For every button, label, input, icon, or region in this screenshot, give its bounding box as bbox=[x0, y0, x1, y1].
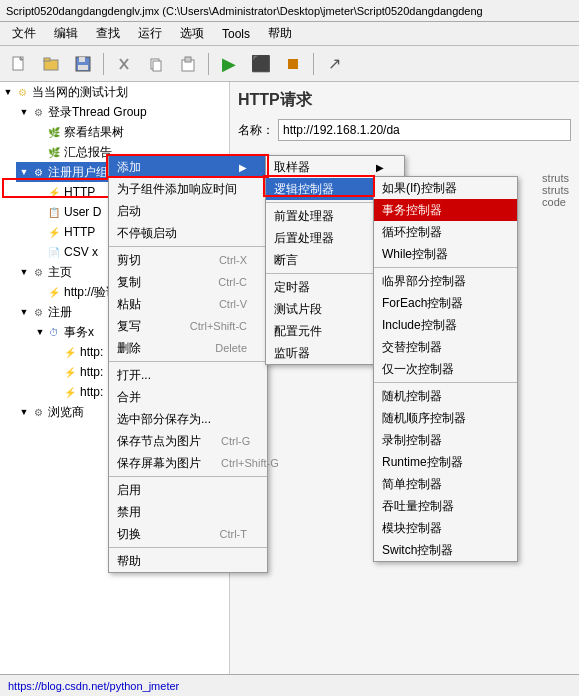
logic-once[interactable]: 仅一次控制器 bbox=[374, 358, 517, 380]
logic-interleave[interactable]: 交替控制器 bbox=[374, 336, 517, 358]
logic-include-label: Include控制器 bbox=[382, 317, 457, 334]
menu-find[interactable]: 查找 bbox=[88, 22, 128, 45]
logic-loop[interactable]: 循环控制器 bbox=[374, 221, 517, 243]
menu-run[interactable]: 运行 bbox=[130, 22, 170, 45]
ctx-duplicate[interactable]: 复写 Ctrl+Shift-C bbox=[109, 315, 267, 337]
ctx-cut[interactable]: 剪切 Ctrl-X bbox=[109, 249, 267, 271]
sub1-sampler-label: 取样器 bbox=[274, 159, 310, 176]
ctx-enable[interactable]: 启用 bbox=[109, 479, 267, 501]
menu-edit[interactable]: 编辑 bbox=[46, 22, 86, 45]
sub1-config-label: 配置元件 bbox=[274, 323, 322, 340]
icon-verify: ⚡ bbox=[46, 284, 62, 300]
context-menu-main: 添加 ▶ 为子组件添加响应时间 启动 不停顿启动 剪切 Ctrl-X 复制 Ct… bbox=[108, 155, 268, 573]
logic-include[interactable]: Include控制器 bbox=[374, 314, 517, 336]
menu-options[interactable]: 选项 bbox=[172, 22, 212, 45]
logic-critical[interactable]: 临界部分控制器 bbox=[374, 270, 517, 292]
http-name-input[interactable] bbox=[278, 119, 571, 141]
ctx-merge-label: 合并 bbox=[117, 389, 141, 406]
menu-help[interactable]: 帮助 bbox=[260, 22, 300, 45]
struts1-text: struts bbox=[542, 172, 569, 184]
menu-tools[interactable]: Tools bbox=[214, 24, 258, 44]
ctx-open[interactable]: 打开... bbox=[109, 364, 267, 386]
ctx-toggle[interactable]: 切换 Ctrl-T bbox=[109, 523, 267, 545]
label-results1: 察看结果树 bbox=[64, 124, 124, 141]
ctx-delete[interactable]: 删除 Delete bbox=[109, 337, 267, 359]
toolbar-new[interactable] bbox=[4, 50, 34, 78]
toolbar-remote[interactable]: ↗ bbox=[319, 50, 349, 78]
icon-logingroup: ⚙ bbox=[30, 104, 46, 120]
ctx-save-node-img[interactable]: 保存节点为图片 Ctrl-G bbox=[109, 430, 267, 452]
menu-file[interactable]: 文件 bbox=[4, 22, 44, 45]
ctx-save-screen-img-label: 保存屏幕为图片 bbox=[117, 455, 201, 472]
svg-rect-11 bbox=[185, 57, 191, 62]
logic-sep2 bbox=[374, 382, 517, 383]
logic-throughput-label: 吞吐量控制器 bbox=[382, 498, 454, 515]
logic-critical-label: 临界部分控制器 bbox=[382, 273, 466, 290]
logic-once-label: 仅一次控制器 bbox=[382, 361, 454, 378]
ctx-save-selected[interactable]: 选中部分保存为... bbox=[109, 408, 267, 430]
ctx-paste[interactable]: 粘贴 Ctrl-V bbox=[109, 293, 267, 315]
status-url: https://blog.csdn.net/python_jmeter bbox=[8, 680, 179, 692]
logic-record[interactable]: 录制控制器 bbox=[374, 429, 517, 451]
logic-throughput[interactable]: 吞吐量控制器 bbox=[374, 495, 517, 517]
sub1-logic-label: 逻辑控制器 bbox=[274, 181, 334, 198]
icon-register: ⚙ bbox=[30, 304, 46, 320]
toolbar-stop2[interactable]: ⏹ bbox=[278, 50, 308, 78]
sub1-assert-label: 断言 bbox=[274, 252, 298, 269]
tree-item-results1[interactable]: ▶ 🌿 察看结果树 bbox=[32, 122, 229, 142]
toolbar-stop[interactable]: ⬛ bbox=[246, 50, 276, 78]
tree-icon-root: ⚙ bbox=[14, 84, 30, 100]
ctx-cut-shortcut: Ctrl-X bbox=[219, 254, 247, 266]
toolbar-save[interactable] bbox=[68, 50, 98, 78]
ctx-start-no-pause[interactable]: 不停顿启动 bbox=[109, 222, 267, 244]
logic-foreach[interactable]: ForEach控制器 bbox=[374, 292, 517, 314]
toolbar-run[interactable]: ▶ bbox=[214, 50, 244, 78]
logic-random-order[interactable]: 随机顺序控制器 bbox=[374, 407, 517, 429]
toolbar-copy[interactable] bbox=[141, 50, 171, 78]
logic-interleave-label: 交替控制器 bbox=[382, 339, 442, 356]
http-form-name-row: 名称： bbox=[238, 119, 571, 141]
icon-http5: ⚡ bbox=[62, 384, 78, 400]
toolbar-open[interactable] bbox=[36, 50, 66, 78]
ctx-add[interactable]: 添加 ▶ bbox=[109, 156, 267, 178]
ctx-add-response[interactable]: 为子组件添加响应时间 bbox=[109, 178, 267, 200]
ctx-start-no-pause-label: 不停顿启动 bbox=[117, 225, 177, 242]
label-homepage: 主页 bbox=[48, 264, 72, 281]
http-request-title: HTTP请求 bbox=[238, 90, 571, 111]
logic-switch[interactable]: Switch控制器 bbox=[374, 539, 517, 561]
code-text: code bbox=[542, 196, 569, 208]
ctx-merge[interactable]: 合并 bbox=[109, 386, 267, 408]
sub1-sampler[interactable]: 取样器 ▶ bbox=[266, 156, 404, 178]
ctx-sep3 bbox=[109, 476, 267, 477]
ctx-paste-shortcut: Ctrl-V bbox=[219, 298, 247, 310]
logic-runtime[interactable]: Runtime控制器 bbox=[374, 451, 517, 473]
icon-results1: 🌿 bbox=[46, 124, 62, 140]
sub1-postproc-label: 后置处理器 bbox=[274, 230, 334, 247]
tree-item-logingroup[interactable]: ▼ ⚙ 登录Thread Group bbox=[16, 102, 229, 122]
arrow-registergroup: ▼ bbox=[18, 166, 30, 178]
ctx-save-screen-img[interactable]: 保存屏幕为图片 Ctrl+Shift-G bbox=[109, 452, 267, 474]
logic-foreach-label: ForEach控制器 bbox=[382, 295, 463, 312]
ctx-copy[interactable]: 复制 Ctrl-C bbox=[109, 271, 267, 293]
logic-while-label: While控制器 bbox=[382, 246, 448, 263]
ctx-helpitem[interactable]: 帮助 bbox=[109, 550, 267, 572]
toolbar-cut[interactable] bbox=[109, 50, 139, 78]
logic-module[interactable]: 模块控制器 bbox=[374, 517, 517, 539]
logic-while[interactable]: While控制器 bbox=[374, 243, 517, 265]
ctx-duplicate-label: 复写 bbox=[117, 318, 141, 335]
ctx-help-label: 帮助 bbox=[117, 553, 141, 570]
label-http1: HTTP bbox=[64, 185, 95, 199]
logic-if[interactable]: 如果(If)控制器 bbox=[374, 177, 517, 199]
ctx-disable[interactable]: 禁用 bbox=[109, 501, 267, 523]
label-http3: http: bbox=[80, 345, 103, 359]
tree-root[interactable]: ▼ ⚙ 当当网的测试计划 bbox=[0, 82, 229, 102]
logic-transaction[interactable]: 事务控制器 bbox=[374, 199, 517, 221]
toolbar-paste[interactable] bbox=[173, 50, 203, 78]
arrow-browse: ▼ bbox=[18, 406, 30, 418]
logic-simple[interactable]: 简单控制器 bbox=[374, 473, 517, 495]
title-text: Script0520dangdangdenglv.jmx (C:\Users\A… bbox=[6, 5, 483, 17]
ctx-start[interactable]: 启动 bbox=[109, 200, 267, 222]
ctx-sep1 bbox=[109, 246, 267, 247]
ctx-toggle-label: 切换 bbox=[117, 526, 141, 543]
logic-random[interactable]: 随机控制器 bbox=[374, 385, 517, 407]
